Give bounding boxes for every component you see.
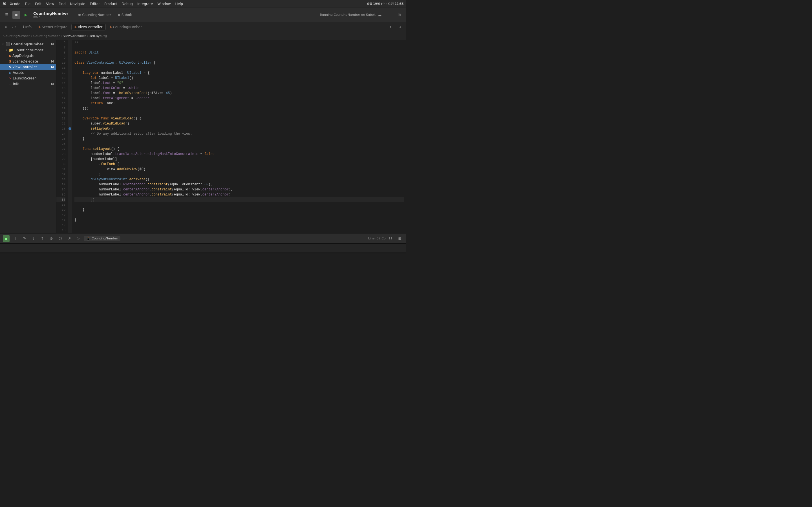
sidebar-item-app-delegate[interactable]: S AppDelegate (0, 53, 56, 59)
simulate-btn[interactable]: ▷ (75, 235, 82, 242)
gutter-mark-21[interactable] (68, 116, 72, 121)
bottom-bar: ■ ⏸ ↷ ↓ ↑ ⊙ ⬡ ↗ ▷ 📱 CountingNumber Line:… (0, 233, 406, 243)
gutter-mark-37[interactable] (68, 197, 72, 202)
breadcrumb-3[interactable]: ViewController (63, 34, 86, 38)
gutter-mark-12[interactable] (68, 70, 72, 75)
gutter-mark-38[interactable] (68, 202, 72, 207)
continue-btn[interactable]: ⊙ (48, 235, 55, 242)
breadcrumb-4[interactable]: setLayout() (89, 34, 107, 38)
run-button[interactable]: ▶ (22, 11, 30, 19)
gutter-mark-35[interactable] (68, 187, 72, 192)
split-right-btn[interactable]: ⊟ (396, 23, 404, 31)
split-left-btn[interactable]: ⇤ (387, 23, 395, 31)
toolbar-status: Running CountingNumber on Subok ☁ (320, 12, 382, 17)
step-out-btn[interactable]: ↑ (39, 235, 46, 242)
tab-view-controller[interactable]: S ViewController (71, 24, 105, 31)
gutter-mark-29[interactable] (68, 157, 72, 162)
sidebar-item-launch-screen[interactable]: ✕ LaunchScreen (0, 75, 56, 81)
menu-navigate[interactable]: Navigate (68, 1, 87, 6)
step-into-btn[interactable]: ↓ (30, 235, 37, 242)
menu-file[interactable]: File (23, 1, 33, 6)
gutter-mark-9[interactable] (68, 55, 72, 60)
gutter-mark-18[interactable] (68, 101, 72, 106)
step-over-btn[interactable]: ↷ (21, 235, 28, 242)
sidebar-item-assets[interactable]: ⊞ Assets (0, 70, 56, 75)
gutter-mark-33[interactable] (68, 177, 72, 182)
menu-edit[interactable]: Edit (33, 1, 43, 6)
scheme-selector[interactable]: 📱 CountingNumber (84, 236, 120, 241)
gutter-mark-16[interactable] (68, 91, 72, 96)
gutter-mark-13[interactable] (68, 75, 72, 80)
menu-window[interactable]: Window (155, 1, 172, 6)
gutter-mark-42[interactable] (68, 223, 72, 228)
gutter-mark-25[interactable] (68, 136, 72, 142)
menu-view[interactable]: View (44, 1, 56, 6)
gutter-mark-14[interactable] (68, 80, 72, 86)
tab-scene-delegate[interactable]: S SceneDelegate (36, 24, 70, 30)
sidebar-folder-counting-number[interactable]: ▾ 📁 CountingNumber (0, 47, 56, 53)
scope-btn[interactable]: ⊞ (2, 23, 10, 31)
editor-layout-btn[interactable]: ⊞ (396, 235, 403, 242)
menu-editor[interactable]: Editor (88, 1, 102, 6)
apple-menu[interactable]: ⌘ (2, 2, 6, 6)
pause-btn[interactable]: ⏸ (12, 235, 18, 242)
menu-integrate[interactable]: Integrate (135, 1, 155, 6)
gutter-mark-7[interactable] (68, 45, 72, 50)
code-line-41: } (74, 217, 404, 223)
breakpoint-dot-23 (68, 127, 71, 130)
line-col-indicator: Line: 37 Col: 11 (368, 237, 393, 240)
gutter-mark-41[interactable] (68, 217, 72, 223)
stop-button[interactable]: ■ (12, 11, 20, 19)
sidebar: ▾ ⬛ CountingNumber M ▾ 📁 CountingNumber … (0, 40, 56, 233)
tab-counting-number[interactable]: CountingNumber (75, 12, 114, 18)
menu-help[interactable]: Help (173, 1, 185, 6)
gutter-mark-10[interactable] (68, 60, 72, 65)
menu-product[interactable]: Product (102, 1, 119, 6)
instrument-btn[interactable]: ⬡ (57, 235, 64, 242)
sidebar-toggle-btn[interactable]: ☰ (3, 11, 11, 19)
gutter-mark-23[interactable] (68, 126, 72, 131)
menu-find[interactable]: Find (57, 1, 68, 6)
breadcrumb-1[interactable]: CountingNumber (3, 34, 30, 38)
gutter-mark-43[interactable] (68, 228, 72, 233)
gutter-mark-8[interactable] (68, 50, 72, 55)
gutter-mark-28[interactable] (68, 152, 72, 157)
code-area[interactable]: 6789101112131415161718192021222324252627… (56, 40, 406, 233)
gutter-mark-36[interactable] (68, 192, 72, 197)
gutter-mark-27[interactable] (68, 147, 72, 152)
gutter-mark-11[interactable] (68, 65, 72, 70)
forward-arrow[interactable]: › (15, 24, 17, 30)
sidebar-item-view-controller[interactable]: S ViewController M (0, 64, 56, 70)
gutter-mark-40[interactable] (68, 212, 72, 217)
code-line-27: func setLayout() { (74, 147, 404, 152)
gutter-mark-32[interactable] (68, 172, 72, 177)
menu-debug[interactable]: Debug (120, 1, 135, 6)
add-tab-btn[interactable]: ＋ (386, 11, 394, 19)
gutter-mark-22[interactable] (68, 121, 72, 126)
tab-info[interactable]: ℹ Info (20, 24, 35, 30)
gutter-mark-26[interactable] (68, 142, 72, 147)
folder-icon: 📁 (9, 48, 13, 52)
swift-icon-app-delegate: S (9, 54, 11, 58)
gutter-mark-6[interactable] (68, 40, 72, 45)
gutter-mark-30[interactable] (68, 162, 72, 167)
sidebar-group-counting-number[interactable]: ▾ ⬛ CountingNumber M (0, 41, 56, 47)
sidebar-item-info[interactable]: ☰ Info M (0, 81, 56, 87)
gutter-mark-15[interactable] (68, 86, 72, 91)
breadcrumb-2[interactable]: CountingNumber (33, 34, 60, 38)
tab-subok[interactable]: Subok (115, 12, 135, 18)
gutter-mark-20[interactable] (68, 111, 72, 116)
gutter-mark-24[interactable] (68, 131, 72, 136)
share-btn[interactable]: ↗ (66, 235, 73, 242)
gutter-mark-17[interactable] (68, 96, 72, 101)
gutter-mark-19[interactable] (68, 106, 72, 111)
menu-xcode[interactable]: Xcode (8, 1, 22, 6)
sidebar-item-scene-delegate[interactable]: S SceneDelegate M (0, 59, 56, 64)
gutter-mark-39[interactable] (68, 207, 72, 212)
tab-counting-number-file[interactable]: S CountingNumber (107, 24, 145, 30)
debug-area-btn[interactable]: ■ (3, 235, 10, 242)
gutter-mark-34[interactable] (68, 182, 72, 187)
gutter-mark-31[interactable] (68, 167, 72, 172)
back-arrow[interactable]: ‹ (11, 24, 14, 30)
layout-btn[interactable]: ⊞ (395, 11, 403, 19)
